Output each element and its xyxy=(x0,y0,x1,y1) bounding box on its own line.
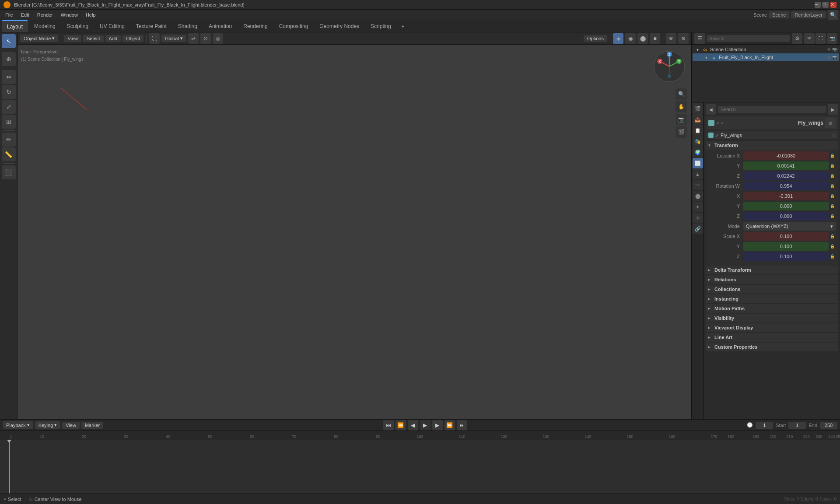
location-z-field[interactable]: 0.02242 xyxy=(743,172,829,180)
relations-header[interactable]: Relations xyxy=(706,275,838,284)
tab-sculpting[interactable]: Sculpting xyxy=(62,20,94,32)
menu-edit[interactable]: Edit xyxy=(18,11,33,18)
outliner-vis-eye[interactable]: 👁 xyxy=(804,33,815,44)
viewport-display-header[interactable]: Viewport Display xyxy=(706,323,838,332)
prop-render-btn[interactable]: 🎬 xyxy=(693,103,703,114)
scale-x-lock[interactable]: 🔒 xyxy=(829,232,836,241)
select-tool-button[interactable]: ↖ xyxy=(2,34,16,48)
rotation-w-field[interactable]: 0.954 xyxy=(743,182,829,190)
proportional-icon[interactable]: ◎ xyxy=(213,33,223,44)
rotation-mode-dropdown[interactable]: Quaternion (WXYZ) xyxy=(743,222,836,231)
prev-frame-button[interactable]: ◀ xyxy=(408,420,418,430)
scale-x-field[interactable]: 0.100 xyxy=(743,232,829,241)
motion-paths-header[interactable]: Motion Paths xyxy=(706,304,838,313)
add-cube-button[interactable]: ⬛ xyxy=(2,165,16,179)
timeline-playhead[interactable] xyxy=(9,440,10,494)
collections-header[interactable]: Collections xyxy=(706,285,838,294)
viewport-icon-1[interactable]: ⛶ xyxy=(149,33,160,44)
location-x-lock[interactable]: 🔒 xyxy=(829,151,836,160)
tab-modeling[interactable]: Modeling xyxy=(29,20,61,32)
outliner-fly-wings-item[interactable]: ▾ ▲ Fruit_Fly_Black_In_Flight 👁 📷 xyxy=(693,53,839,61)
scale-z-field[interactable]: 0.100 xyxy=(743,252,829,261)
prop-view-layer-btn[interactable]: 📋 xyxy=(693,125,703,136)
outliner-menu-icon[interactable]: ☰ xyxy=(694,33,705,44)
prop-scene-btn[interactable]: 🎭 xyxy=(693,136,703,147)
prop-object-btn[interactable]: ⬜ xyxy=(693,158,703,168)
outliner-vis-render[interactable]: 📷 xyxy=(827,33,837,44)
rotation-z-field[interactable]: 0.000 xyxy=(743,212,829,220)
end-frame-field[interactable]: 250 xyxy=(820,422,837,429)
play-button[interactable]: ▶ xyxy=(420,420,430,430)
next-keyframe-button[interactable]: ⏩ xyxy=(444,420,455,430)
window-controls[interactable]: ─ □ ✕ xyxy=(815,2,836,8)
tab-scripting[interactable]: Scripting xyxy=(365,20,396,32)
viewport-overlay-button[interactable]: 👁 xyxy=(666,33,676,44)
transform-icon[interactable]: ⇌ xyxy=(188,33,199,44)
outliner-vis-select[interactable]: ⛶ xyxy=(816,33,826,44)
prop-nav-prev[interactable]: ◀ xyxy=(706,104,716,115)
viewport-shading-3[interactable]: ⬤ xyxy=(637,33,648,44)
tl-marker-button[interactable]: Marker xyxy=(81,422,103,429)
zoom-icon[interactable]: 🔍 xyxy=(676,88,687,100)
tl-playback-button[interactable]: Playback xyxy=(3,421,33,429)
viewport-3d[interactable]: User Perspective (1) Scene Collection | … xyxy=(18,45,691,419)
rotation-x-field[interactable]: -0.301 xyxy=(743,192,829,200)
outliner-filter-icon[interactable]: ⚙ xyxy=(792,33,802,44)
cursor-tool-button[interactable]: ⊕ xyxy=(2,52,16,66)
tab-shading[interactable]: Shading xyxy=(173,20,203,32)
menu-file[interactable]: File xyxy=(2,11,17,18)
location-y-field[interactable]: 0.00141 xyxy=(743,161,829,170)
measure-tool-button[interactable]: 📏 xyxy=(2,147,16,161)
object-name-extra[interactable]: ⊙ xyxy=(825,118,836,128)
transform-tool-button[interactable]: ⊞ xyxy=(2,115,16,129)
annotate-tool-button[interactable]: ✏ xyxy=(2,133,16,147)
scene-eye-icon[interactable]: 👁 xyxy=(827,47,831,52)
snap-icon[interactable]: ⊙ xyxy=(200,33,211,44)
instancing-header[interactable]: Instancing xyxy=(706,294,838,303)
pan-icon[interactable]: ✋ xyxy=(676,101,687,112)
view-menu-button[interactable]: View xyxy=(64,35,81,42)
current-frame-field[interactable]: 1 xyxy=(756,422,773,429)
prop-constraints-btn[interactable]: 🔗 xyxy=(693,224,703,234)
prop-output-btn[interactable]: 📤 xyxy=(693,114,703,125)
renderlayer-selector[interactable]: RenderLayer xyxy=(791,11,826,18)
tab-uv-editing[interactable]: UV Editing xyxy=(94,20,130,32)
scale-y-lock[interactable]: 🔒 xyxy=(829,242,836,251)
menu-window[interactable]: Window xyxy=(57,11,81,18)
add-tab-button[interactable]: + xyxy=(398,20,408,32)
location-y-lock[interactable]: 🔒 xyxy=(829,161,836,170)
next-frame-button[interactable]: ▶ xyxy=(432,420,443,430)
menu-help[interactable]: Help xyxy=(82,11,99,18)
minimize-button[interactable]: ─ xyxy=(815,2,821,8)
rotate-tool-button[interactable]: ↻ xyxy=(2,85,16,99)
add-menu-button[interactable]: Add xyxy=(105,35,121,42)
custom-properties-header[interactable]: Custom Properties xyxy=(706,343,838,351)
scene-selector[interactable]: Scene xyxy=(769,11,789,18)
location-x-field[interactable]: -0.01080 xyxy=(743,151,829,160)
fly-eye-icon[interactable]: 👁 xyxy=(827,55,831,60)
object-menu-button[interactable]: Object xyxy=(122,35,144,42)
object-mode-selector[interactable]: Object Mode xyxy=(20,35,58,42)
menu-render[interactable]: Render xyxy=(34,11,56,18)
delta-transform-header[interactable]: Delta Transform xyxy=(706,266,838,274)
search-button[interactable]: 🔍 xyxy=(828,10,838,20)
prop-material-btn[interactable]: ⬤ xyxy=(693,191,703,201)
tl-keying-button[interactable]: Keying xyxy=(35,421,61,429)
tab-compositing[interactable]: Compositing xyxy=(274,20,314,32)
prop-search-input[interactable] xyxy=(718,106,826,113)
rotation-y-field[interactable]: 0.000 xyxy=(743,202,829,210)
scale-y-field[interactable]: 0.100 xyxy=(743,242,829,251)
navigation-gizmo[interactable]: Z Y X xyxy=(652,49,687,84)
options-button[interactable]: Options xyxy=(584,35,607,42)
outliner-scene-collection[interactable]: ▾ 🗂 Scene Collection 👁 📷 xyxy=(693,46,839,53)
transform-section-header[interactable]: Transform xyxy=(706,141,838,150)
viewport-shading-4[interactable]: ■ xyxy=(650,33,660,44)
rotation-x-lock[interactable]: 🔒 xyxy=(829,192,836,200)
tab-texture-paint[interactable]: Texture Paint xyxy=(131,20,172,32)
scale-tool-button[interactable]: ⤢ xyxy=(2,100,16,114)
prop-mesh-btn[interactable]: ▲ xyxy=(693,169,703,179)
viewport-shading-1[interactable]: ◈ xyxy=(613,33,623,44)
prev-keyframe-button[interactable]: ⏪ xyxy=(396,420,406,430)
prop-curve-btn[interactable]: 〰 xyxy=(693,180,703,190)
move-tool-button[interactable]: ⇔ xyxy=(2,70,16,84)
